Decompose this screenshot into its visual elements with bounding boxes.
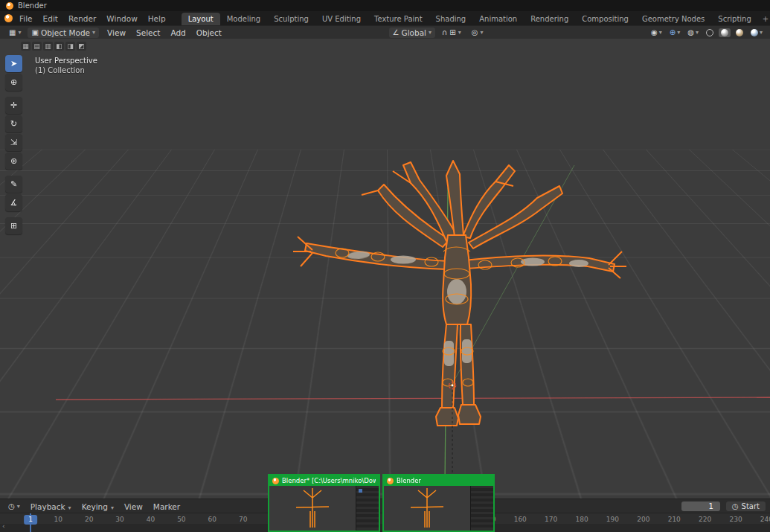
tab-texture-paint[interactable]: Texture Paint — [368, 13, 429, 25]
frame-tick-40: 40 — [147, 516, 155, 523]
visibility-dropdown[interactable]: ◉ ▾ — [649, 28, 664, 37]
frame-tick-230: 230 — [729, 516, 742, 523]
3d-viewport[interactable]: ▦▤▥◧◨◩ User Perspective (1) Collection ➤… — [0, 39, 770, 499]
snap-target-icon: ⊞ — [449, 29, 455, 36]
tool-transform[interactable]: ⊛ — [5, 153, 22, 170]
chevron-down-icon: ▾ — [429, 30, 431, 36]
rendered-shading-icon — [751, 29, 758, 36]
tool-select-box[interactable]: ➤ — [5, 55, 22, 72]
snapping-dropdown[interactable]: ∩ ⊞ ▾ — [438, 28, 465, 37]
tab-modeling[interactable]: Modeling — [220, 13, 268, 25]
shading-solid-button[interactable] — [719, 28, 731, 37]
frame-tick-240: 240 — [760, 516, 770, 523]
viewport-preset-icon-6[interactable]: ◩ — [77, 42, 86, 51]
object-mode-icon: ▣ — [31, 29, 38, 36]
overlays-icon: ◍ — [687, 29, 694, 36]
tab-rendering[interactable]: Rendering — [524, 13, 575, 25]
transform-orientation-dropdown[interactable]: ∠ Global ▾ — [389, 28, 435, 38]
preview-titlebar: Blender — [384, 475, 493, 486]
editor-corner-handle[interactable]: ‹ — [2, 522, 5, 530]
tab-sculpting[interactable]: Sculpting — [267, 13, 315, 25]
tab-layout[interactable]: Layout — [182, 13, 220, 25]
current-frame-field[interactable]: 1 — [681, 501, 720, 511]
mini-properties-panel — [356, 486, 379, 531]
timeline-menu-view[interactable]: View — [119, 501, 148, 513]
chevron-down-icon: ▾ — [760, 30, 763, 36]
preview-title: Blender* [C:\Users\mniko\Dow... — [282, 477, 376, 484]
viewport-preset-icon-2[interactable]: ▤ — [32, 42, 42, 51]
mini-model-thumbnail — [403, 487, 451, 529]
shading-rendered-button[interactable]: ▾ — [748, 28, 765, 37]
clock-icon: ◷ — [732, 503, 739, 510]
blender-app-menu-icon[interactable] — [4, 14, 13, 22]
menu-file[interactable]: File — [14, 13, 38, 25]
shading-wireframe-button[interactable] — [704, 28, 716, 37]
gizmos-dropdown[interactable]: ⊕ ▾ — [667, 28, 682, 37]
shading-material-button[interactable] — [734, 28, 745, 37]
viewport-preset-icon-5[interactable]: ◨ — [65, 42, 75, 51]
menu-render[interactable]: Render — [63, 13, 101, 25]
viewport-preset-icon-4[interactable]: ◧ — [54, 42, 64, 51]
add-workspace-button[interactable]: + — [758, 13, 770, 25]
taskbar-preview-window-2[interactable]: Blender — [382, 474, 495, 532]
active-collection-label: (1) Collection — [35, 66, 85, 74]
frame-tick-50: 50 — [177, 516, 185, 523]
viewport-preset-icon-3[interactable]: ▥ — [43, 42, 53, 51]
mini-model-thumbnail — [289, 487, 336, 529]
chevron-down-icon: ▾ — [481, 30, 484, 36]
tab-geometry-nodes[interactable]: Geometry Nodes — [635, 13, 711, 25]
tab-shading[interactable]: Shading — [429, 13, 473, 25]
tool-add-cube[interactable]: ⊞ — [5, 217, 22, 234]
preview-thumbnail — [269, 486, 379, 531]
header-menu-add[interactable]: Add — [165, 27, 190, 39]
viewport-menus: ViewSelectAddObject — [102, 27, 227, 39]
orientation-icon: ∠ — [393, 29, 400, 36]
timeline-menu-marker[interactable]: Marker — [148, 501, 185, 513]
tab-uv-editing[interactable]: UV Editing — [315, 13, 368, 25]
mode-label: Object Mode — [41, 28, 90, 37]
blender-logo-icon — [387, 478, 394, 484]
timeline-menu-keying[interactable]: Keying — [77, 501, 119, 513]
timeline-editor-type-dropdown[interactable]: ◷ ▾ — [4, 502, 24, 511]
mode-dropdown[interactable]: ▣ Object Mode ▾ — [28, 28, 99, 38]
solid-shading-icon — [721, 29, 728, 36]
tab-scripting[interactable]: Scripting — [711, 13, 757, 25]
tool-rotate[interactable]: ↻ — [5, 115, 22, 132]
editor-type-dropdown[interactable]: ▦ ▾ — [5, 28, 25, 37]
taskbar-preview-window-1[interactable]: Blender* [C:\Users\mniko\Dow... — [268, 474, 380, 532]
overlays-dropdown[interactable]: ◍ ▾ — [685, 28, 701, 37]
blender-logo-icon — [272, 478, 279, 484]
tool-shelf: ➤⊕✛↻⇲⊛✎∡⊞ — [5, 55, 22, 234]
frame-tick-70: 70 — [239, 516, 247, 523]
viewport-header: ▦ ▾ ▣ Object Mode ▾ ViewSelectAddObject … — [0, 25, 770, 39]
header-menu-view[interactable]: View — [102, 27, 131, 39]
viewport-grid-floor — [0, 39, 770, 150]
tool-measure[interactable]: ∡ — [5, 194, 22, 211]
tab-compositing[interactable]: Compositing — [575, 13, 635, 25]
frame-tick-180: 180 — [575, 516, 588, 523]
gizmos-icon: ⊕ — [670, 29, 676, 36]
tool-annotate[interactable]: ✎ — [5, 176, 22, 193]
chevron-down-icon: ▾ — [677, 30, 680, 36]
header-menu-object[interactable]: Object — [191, 27, 227, 39]
proportional-editing-dropdown[interactable]: ◎ ▾ — [468, 28, 487, 37]
menu-window[interactable]: Window — [101, 13, 142, 25]
tool-move[interactable]: ✛ — [5, 97, 22, 114]
visibility-eye-icon: ◉ — [651, 29, 658, 36]
current-frame-indicator[interactable]: 1 — [24, 515, 37, 525]
header-menu-select[interactable]: Select — [131, 27, 165, 39]
chevron-down-icon: ▾ — [92, 30, 95, 36]
blender-logo-icon — [6, 2, 13, 10]
tab-animation[interactable]: Animation — [472, 13, 524, 25]
tool-scale[interactable]: ⇲ — [5, 134, 22, 151]
frame-tick-160: 160 — [514, 516, 527, 523]
menubar: FileEditRenderWindowHelp LayoutModelingS… — [0, 11, 770, 25]
menu-edit[interactable]: Edit — [38, 13, 63, 25]
frame-start-field[interactable]: ◷ Start — [726, 501, 766, 511]
viewport-preset-icon-1[interactable]: ▦ — [21, 42, 31, 51]
menu-help[interactable]: Help — [143, 13, 171, 25]
timeline-menu-playback[interactable]: Playback — [25, 501, 77, 513]
orientation-label: Global — [402, 28, 427, 37]
tool-cursor[interactable]: ⊕ — [5, 74, 22, 91]
mini-properties-panel — [470, 486, 493, 531]
